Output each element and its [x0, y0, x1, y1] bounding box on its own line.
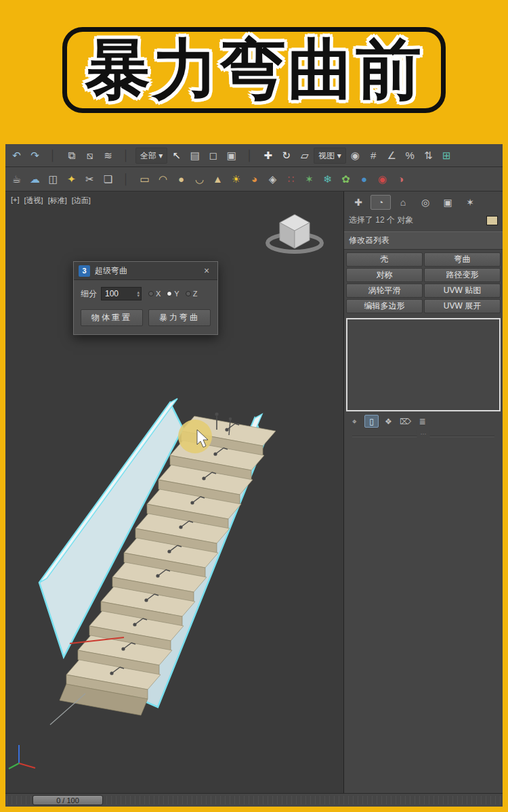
viewport-menu-display[interactable]: [边面] [72, 196, 91, 206]
create-tab[interactable]: ✚ [348, 195, 368, 210]
axis-x-radio[interactable]: X [148, 290, 161, 298]
bind-to-space-warp-icon[interactable]: ≋ [99, 146, 117, 164]
mirror-icon[interactable]: ◫ [44, 170, 62, 188]
modifier-uvw-unwrap-button[interactable]: UVW 展开 [424, 299, 501, 313]
subdivision-value: 100 [102, 289, 137, 298]
object-reset-button[interactable]: 物体重置 [81, 309, 143, 326]
redo-icon[interactable]: ↷ [26, 146, 44, 164]
box-primitive-icon[interactable]: ▭ [135, 170, 154, 188]
axis-z-radio[interactable]: Z [186, 290, 198, 298]
modifier-stack-list[interactable] [346, 318, 501, 411]
command-panel: ✚ ◔ ⌂ ◎ ▣ ✶ 选择了 12 个 对象 修改器列表 [344, 191, 503, 793]
modifier-stack-toolbar: ⌖ ▯ ❖ ⌦ ≣ [344, 411, 503, 430]
configure-modifier-sets-icon[interactable]: ≣ [415, 415, 429, 428]
select-and-scale-icon[interactable]: ▱ [295, 146, 314, 164]
selection-count-text: 选择了 12 个 对象 [349, 215, 413, 226]
close-icon[interactable]: × [200, 265, 213, 276]
show-end-result-icon[interactable]: ▯ [364, 415, 379, 428]
angle-snap-icon[interactable]: ∠ [383, 146, 401, 164]
sphere-primitive-icon[interactable]: ● [172, 170, 190, 188]
window-crossing-icon[interactable]: ▣ [222, 146, 240, 164]
modifier-bend-button[interactable]: 弯曲 [424, 252, 501, 267]
object-color-swatch[interactable] [486, 216, 498, 225]
rectangular-selection-region-icon[interactable]: ◻ [204, 146, 222, 164]
make-unique-icon[interactable]: ❖ [381, 415, 396, 428]
cone-primitive-icon[interactable]: ▲ [209, 170, 227, 188]
spinner-arrows-icon[interactable]: ▴ ▾ [137, 290, 141, 297]
motion-tab[interactable]: ◎ [415, 195, 436, 210]
modifier-button-grid: 壳 弯曲 对称 路径变形 涡轮平滑 UVW 贴图 编辑多边形 UVW 展开 [344, 252, 503, 313]
secondary-toolbar: ☕ ☁ ◫ ✦ ✂ ❏ │ ▭ ◠ ● ◡ ▲ ☀ ◕ ◈ ∷ [5, 167, 503, 191]
lamp-icon[interactable]: ✦ [62, 170, 81, 188]
staircase-model[interactable] [39, 399, 276, 725]
violent-bend-button[interactable]: 暴力弯曲 [148, 309, 211, 326]
perspective-viewport[interactable]: [+] [透视] [标准] [边面] [5, 191, 344, 793]
axis-y-radio[interactable]: Y [167, 290, 179, 298]
viewport-label: [+] [透视] [标准] [边面] [11, 196, 91, 206]
super-bend-dialog: 3 超级弯曲 × 细分 100 ▴ ▾ [73, 261, 218, 335]
spinner-snap-icon[interactable]: ⇅ [419, 146, 438, 164]
modifier-turbosmooth-button[interactable]: 涡轮平滑 [346, 284, 423, 298]
use-pivot-point-icon[interactable]: ◉ [346, 146, 364, 164]
subdivision-spinner[interactable]: 100 ▴ ▾ [101, 287, 142, 300]
display-tab[interactable]: ▣ [438, 195, 458, 210]
viewcube-gizmo[interactable] [268, 215, 322, 252]
modify-tab[interactable]: ◔ [371, 195, 391, 210]
half-sphere-icon[interactable]: ◑ [391, 170, 410, 188]
select-and-rotate-icon[interactable]: ↻ [277, 146, 295, 164]
command-panel-tabs: ✚ ◔ ⌂ ◎ ▣ ✶ [344, 191, 503, 212]
time-slider-handle[interactable]: 0 / 100 [33, 795, 103, 805]
color-wheel-icon[interactable]: ◉ [373, 170, 391, 188]
modifier-list-dropdown[interactable]: 修改器列表 [344, 231, 503, 250]
modifier-uvw-map-button[interactable]: UVW 贴图 [424, 284, 501, 298]
frame-counter: 0 / 100 [56, 796, 79, 805]
modifier-symmetry-button[interactable]: 对称 [346, 268, 423, 282]
blue-sphere-icon[interactable]: ● [355, 170, 373, 188]
utilities-tab[interactable]: ✶ [460, 195, 480, 210]
3dsmax-window: ↶ ↷ │ ⧉ ⧅ ≋ │ 全部 ▾ ↖ ▤ ◻ ▣ │ ✚ ↻ ▱ [5, 144, 503, 807]
unlink-selection-icon[interactable]: ⧅ [81, 146, 99, 164]
dialog-header[interactable]: 3 超级弯曲 × [74, 262, 217, 280]
toolbar-separator: │ [240, 146, 259, 164]
viewport-menu-shading[interactable]: [标准] [48, 196, 67, 206]
hierarchy-tab[interactable]: ⌂ [393, 195, 413, 210]
toolbar-separator: │ [117, 146, 135, 164]
polyhedron-icon[interactable]: ✶ [300, 170, 318, 188]
select-and-link-icon[interactable]: ⧉ [62, 146, 81, 164]
toolbar-separator: │ [44, 146, 62, 164]
dome-primitive-icon[interactable]: ◠ [154, 170, 172, 188]
percent-snap-icon[interactable]: % [401, 146, 419, 164]
snowflake-icon[interactable]: ❄ [318, 170, 337, 188]
plant-icon[interactable]: ✿ [337, 170, 355, 188]
bowl-primitive-icon[interactable]: ◡ [190, 170, 209, 188]
select-by-name-icon[interactable]: ▤ [186, 146, 204, 164]
mouse-cursor [178, 420, 212, 453]
modifier-path-deform-button[interactable]: 路径变形 [424, 268, 501, 282]
edit-named-selection-icon[interactable]: ⊞ [438, 146, 456, 164]
reference-coordinate-dropdown[interactable]: 视图 ▾ [314, 148, 345, 164]
rollout-divider [352, 436, 494, 437]
select-object-icon[interactable]: ↖ [167, 146, 186, 164]
viewport-menu-general[interactable]: [+] [11, 196, 20, 206]
viewport-menu-pov[interactable]: [透视] [24, 196, 43, 206]
timeline-bar[interactable]: 0 / 100 [5, 793, 503, 807]
pin-stack-icon[interactable]: ⌖ [347, 415, 362, 428]
net-icon[interactable]: ◈ [263, 170, 282, 188]
undo-icon[interactable]: ↶ [7, 146, 26, 164]
snap-toggle-icon[interactable]: # [364, 146, 383, 164]
sun-light-icon[interactable]: ☀ [227, 170, 245, 188]
layer-manager-icon[interactable]: ❏ [99, 170, 117, 188]
cloud-icon[interactable]: ☁ [26, 170, 44, 188]
modifier-shell-button[interactable]: 壳 [346, 252, 423, 267]
scissors-icon[interactable]: ✂ [81, 170, 99, 188]
modifier-edit-poly-button[interactable]: 编辑多边形 [346, 299, 423, 313]
selection-filter-dropdown[interactable]: 全部 ▾ [135, 148, 167, 164]
select-and-move-icon[interactable]: ✚ [259, 146, 277, 164]
subdivision-label: 细分 [81, 288, 97, 300]
particles-icon[interactable]: ∷ [282, 170, 300, 188]
geosphere-icon[interactable]: ◕ [245, 170, 263, 188]
selection-info-row: 选择了 12 个 对象 [344, 212, 503, 228]
render-teapot-icon[interactable]: ☕ [7, 170, 26, 188]
toolbar-separator: │ [117, 170, 135, 188]
remove-modifier-icon[interactable]: ⌦ [398, 415, 412, 428]
